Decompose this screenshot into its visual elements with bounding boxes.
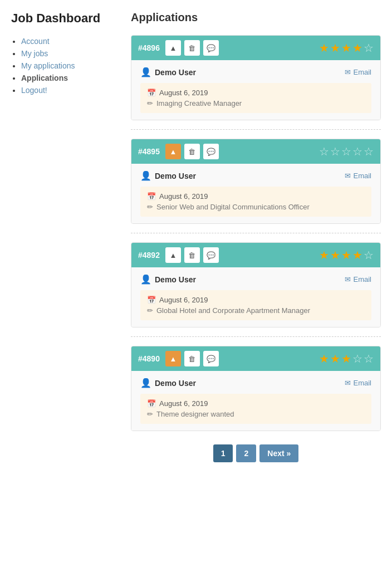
star-empty[interactable]: ☆ <box>364 248 374 262</box>
user-icon: 👤 <box>140 170 151 181</box>
application-id: #4895 <box>138 147 160 156</box>
date-row: 📅 August 6, 2019 <box>147 192 365 201</box>
card-details: 📅 August 6, 2019 ✏ Global Hotel and Corp… <box>140 290 371 320</box>
star-empty[interactable]: ☆ <box>341 145 351 158</box>
star-empty[interactable]: ☆ <box>319 145 329 158</box>
header-actions: ▲ 🗑 💬 <box>165 144 219 159</box>
star-filled[interactable]: ★ <box>341 41 351 55</box>
user-name: 👤 Demo User <box>140 274 196 285</box>
application-date: August 6, 2019 <box>159 192 208 201</box>
next-page-button[interactable]: Next » <box>259 444 298 462</box>
user-icon: 👤 <box>140 274 151 285</box>
pagination: 12Next » <box>131 444 381 462</box>
email-link[interactable]: ✉ Email <box>345 68 371 76</box>
delete-button[interactable]: 🗑 <box>184 40 200 56</box>
star-rating: ★★★★☆ <box>319 248 374 262</box>
header-actions: ▲ 🗑 💬 <box>165 351 219 366</box>
calendar-icon: 📅 <box>147 399 156 408</box>
card-body: 👤 Demo User ✉ Email 📅 August 6, 2019 ✏ I… <box>131 60 380 120</box>
email-icon: ✉ <box>345 275 351 283</box>
sidebar: Job Dashboard AccountMy jobsMy applicati… <box>0 0 125 577</box>
sidebar-item-my-applications[interactable]: My applications <box>21 61 75 70</box>
email-link[interactable]: ✉ Email <box>345 172 371 180</box>
date-row: 📅 August 6, 2019 <box>147 399 365 408</box>
user-row: 👤 Demo User ✉ Email <box>140 378 371 388</box>
user-name: 👤 Demo User <box>140 170 196 181</box>
job-title: Global Hotel and Corporate Apartment Man… <box>156 306 310 315</box>
user-icon: 👤 <box>140 378 151 388</box>
star-empty[interactable]: ☆ <box>364 145 374 158</box>
pencil-icon: ✏ <box>147 203 153 211</box>
application-id: #4892 <box>138 251 160 260</box>
application-date: August 6, 2019 <box>159 296 208 304</box>
star-filled[interactable]: ★ <box>352 248 362 262</box>
sidebar-item-applications[interactable]: Applications <box>21 74 68 82</box>
sidebar-item-my-jobs[interactable]: My jobs <box>21 49 48 58</box>
email-icon: ✉ <box>345 68 351 76</box>
star-rating: ☆☆☆☆☆ <box>319 145 374 158</box>
page-button-2[interactable]: 2 <box>236 444 256 462</box>
application-date: August 6, 2019 <box>159 399 208 408</box>
header-actions: ▲ 🗑 💬 <box>165 247 219 263</box>
star-filled[interactable]: ★ <box>341 248 351 262</box>
calendar-icon: 📅 <box>147 192 156 201</box>
email-icon: ✉ <box>345 379 351 387</box>
header-actions: ▲ 🗑 💬 <box>165 40 219 56</box>
star-empty[interactable]: ☆ <box>352 145 362 158</box>
tag-button[interactable]: ▲ <box>165 247 181 263</box>
delete-button[interactable]: 🗑 <box>184 351 200 366</box>
comment-button[interactable]: 💬 <box>203 40 219 56</box>
star-filled[interactable]: ★ <box>330 248 340 262</box>
application-date: August 6, 2019 <box>159 89 208 97</box>
application-card: #4896 ▲ 🗑 💬 ★★★★☆ 👤 Demo User ✉ Email <box>131 35 381 120</box>
email-link[interactable]: ✉ Email <box>345 379 371 387</box>
card-body: 👤 Demo User ✉ Email 📅 August 6, 2019 ✏ S… <box>131 164 380 223</box>
star-filled[interactable]: ★ <box>319 248 329 262</box>
star-filled[interactable]: ★ <box>330 41 340 55</box>
delete-button[interactable]: 🗑 <box>184 144 200 159</box>
star-empty[interactable]: ☆ <box>330 145 340 158</box>
card-separator <box>131 336 381 337</box>
sidebar-nav: AccountMy jobsMy applicationsApplication… <box>11 37 114 95</box>
main-title: Applications <box>131 11 381 24</box>
tag-button[interactable]: ▲ <box>165 40 181 56</box>
cards-container: #4896 ▲ 🗑 💬 ★★★★☆ 👤 Demo User ✉ Email <box>131 35 381 431</box>
star-empty[interactable]: ☆ <box>364 352 374 365</box>
job-row: ✏ Theme designer wanted <box>147 410 365 418</box>
star-empty[interactable]: ☆ <box>352 352 362 365</box>
comment-button[interactable]: 💬 <box>203 144 219 159</box>
pencil-icon: ✏ <box>147 410 153 418</box>
card-separator <box>131 129 381 130</box>
application-id: #4896 <box>138 43 160 52</box>
email-icon: ✉ <box>345 172 351 180</box>
pencil-icon: ✏ <box>147 306 153 315</box>
star-filled[interactable]: ★ <box>330 352 340 365</box>
calendar-icon: 📅 <box>147 89 156 97</box>
tag-button[interactable]: ▲ <box>165 351 181 366</box>
page-button-1[interactable]: 1 <box>213 444 233 462</box>
card-header: #4890 ▲ 🗑 💬 ★★★☆☆ <box>131 346 380 371</box>
card-header: #4896 ▲ 🗑 💬 ★★★★☆ <box>131 36 380 60</box>
delete-button[interactable]: 🗑 <box>184 247 200 263</box>
email-link[interactable]: ✉ Email <box>345 275 371 283</box>
calendar-icon: 📅 <box>147 296 156 304</box>
star-filled[interactable]: ★ <box>352 41 362 55</box>
sidebar-item-account[interactable]: Account <box>21 37 50 46</box>
star-rating: ★★★☆☆ <box>319 352 374 365</box>
application-card: #4892 ▲ 🗑 💬 ★★★★☆ 👤 Demo User ✉ Email <box>131 242 381 327</box>
user-name: 👤 Demo User <box>140 378 196 388</box>
job-row: ✏ Senior Web and Digital Communications … <box>147 203 365 211</box>
star-empty[interactable]: ☆ <box>364 41 374 55</box>
user-icon: 👤 <box>140 67 151 77</box>
sidebar-item-logout[interactable]: Logout! <box>21 86 47 95</box>
comment-button[interactable]: 💬 <box>203 351 219 366</box>
card-details: 📅 August 6, 2019 ✏ Imaging Creative Mana… <box>140 83 371 113</box>
comment-button[interactable]: 💬 <box>203 247 219 263</box>
star-filled[interactable]: ★ <box>319 352 329 365</box>
tag-button[interactable]: ▲ <box>165 144 181 159</box>
star-filled[interactable]: ★ <box>341 352 351 365</box>
user-name: 👤 Demo User <box>140 67 196 77</box>
card-separator <box>131 233 381 233</box>
star-filled[interactable]: ★ <box>319 41 329 55</box>
job-row: ✏ Imaging Creative Manager <box>147 99 365 107</box>
